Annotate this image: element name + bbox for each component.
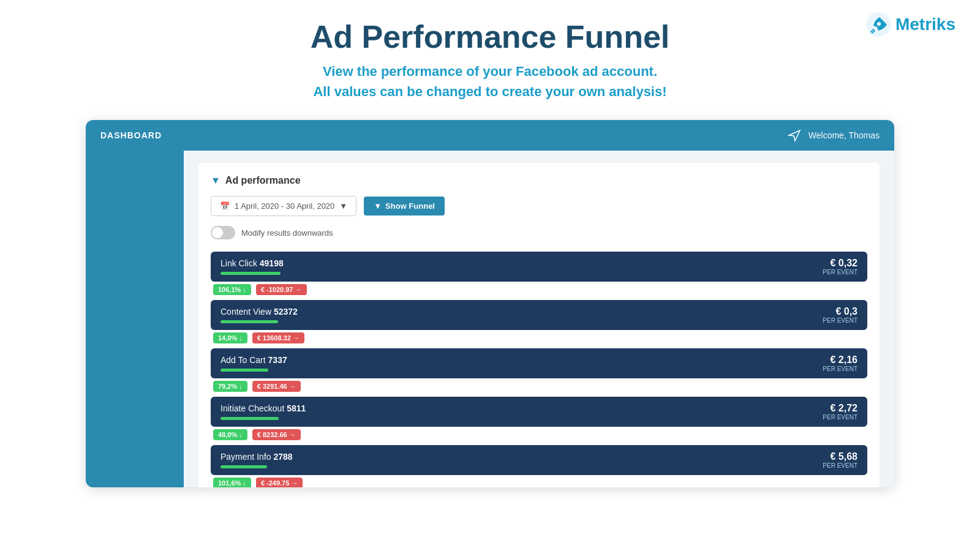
filter-icon-btn: ▼ bbox=[374, 201, 382, 211]
funnel-bar-left: Add To Cart 7337 bbox=[221, 355, 287, 372]
funnel-bar[interactable]: Payment Info 2788 € 5,68 PER EVENT bbox=[211, 445, 867, 475]
metric-badge-2: € 8232.66 → bbox=[252, 429, 301, 440]
metric-badge-2: € -1020.97 → bbox=[256, 284, 307, 295]
sidebar bbox=[86, 151, 184, 487]
metric-badge-2: € 13608.32 → bbox=[252, 332, 304, 343]
funnel-item: Payment Info 2788 € 5,68 PER EVENT 101,6… bbox=[211, 445, 867, 487]
nav-title: DASHBOARD bbox=[100, 130, 162, 140]
filter-icon: ▼ bbox=[211, 175, 221, 186]
dashboard-wrapper: DASHBOARD Welcome, Thomas ▼ Ad performan… bbox=[86, 120, 894, 487]
funnel-progress-bar bbox=[221, 417, 279, 420]
funnel-bar-right: € 2,16 PER EVENT bbox=[823, 354, 858, 372]
funnel-bar[interactable]: Link Click 49198 € 0,32 PER EVENT bbox=[211, 252, 867, 282]
funnel-price: € 2,16 bbox=[823, 354, 858, 365]
funnel-bar-title: Content View 52372 bbox=[221, 307, 298, 317]
toggle-label: Modify results downwards bbox=[241, 228, 333, 238]
funnel-price: € 2,72 bbox=[823, 403, 858, 414]
funnel-progress-bar bbox=[221, 272, 281, 275]
funnel-bar-left: Link Click 49198 bbox=[221, 258, 284, 275]
funnel-item: Add To Cart 7337 € 2,16 PER EVENT 79,2% … bbox=[211, 348, 867, 392]
funnel-bar-title: Link Click 49198 bbox=[221, 258, 284, 268]
date-picker-button[interactable]: 📅 1 April, 2020 - 30 April, 2020 ▼ bbox=[211, 196, 356, 216]
chevron-down-icon: ▼ bbox=[339, 201, 347, 211]
funnel-bar-right: € 2,72 PER EVENT bbox=[823, 403, 858, 421]
metric-badge-1: 14,0% ↓ bbox=[213, 332, 247, 343]
section-title: Ad performance bbox=[225, 175, 301, 186]
funnel-bar-title: Payment Info 2788 bbox=[221, 452, 293, 462]
funnel-bar[interactable]: Add To Cart 7337 € 2,16 PER EVENT bbox=[211, 348, 867, 378]
funnel-bar-right: € 0,3 PER EVENT bbox=[823, 306, 858, 324]
date-range-text: 1 April, 2020 - 30 April, 2020 bbox=[235, 201, 334, 211]
funnel-bar-title: Initiate Checkout 5811 bbox=[221, 403, 306, 413]
page-header: Ad Performance Funnel View the performan… bbox=[0, 0, 980, 114]
page-subtitle-line2: All values can be changed to create your… bbox=[12, 81, 968, 102]
funnel-price: € 0,32 bbox=[823, 258, 858, 269]
metric-badge-2: € -249.75 → bbox=[256, 478, 303, 487]
metrics-row: 79,2% ↓€ 3291.46 → bbox=[211, 381, 867, 392]
funnel-item: Link Click 49198 € 0,32 PER EVENT 106,1%… bbox=[211, 252, 867, 295]
funnel-bar-right: € 0,32 PER EVENT bbox=[823, 258, 858, 276]
metric-badge-1: 106,1% ↓ bbox=[213, 284, 251, 295]
funnel-progress-bar bbox=[221, 465, 267, 468]
funnel-bar-left: Initiate Checkout 5811 bbox=[221, 403, 306, 420]
section-header: ▼ Ad performance bbox=[211, 175, 867, 186]
metrics-row: 106,1% ↓€ -1020.97 → bbox=[211, 284, 867, 295]
funnel-per-event: PER EVENT bbox=[823, 414, 858, 421]
funnel-price: € 0,3 bbox=[823, 306, 858, 317]
show-funnel-button[interactable]: ▼ Show Funnel bbox=[364, 197, 445, 216]
content-area: ▼ Ad performance 📅 1 April, 2020 - 30 Ap… bbox=[86, 151, 894, 487]
funnel-price: € 5,68 bbox=[823, 451, 858, 462]
metric-badge-1: 48,0% ↓ bbox=[213, 429, 247, 440]
page-title: Ad Performance Funnel bbox=[12, 18, 968, 55]
funnel-bar-title: Add To Cart 7337 bbox=[221, 355, 287, 365]
metrics-row: 48,0% ↓€ 8232.66 → bbox=[211, 429, 867, 440]
metric-badge-1: 101,6% ↓ bbox=[213, 478, 251, 487]
show-funnel-label: Show Funnel bbox=[385, 201, 435, 211]
metric-badge-1: 79,2% ↓ bbox=[213, 381, 247, 392]
controls-row: 📅 1 April, 2020 - 30 April, 2020 ▼ ▼ Sho… bbox=[211, 196, 867, 216]
funnel-bar-right: € 5,68 PER EVENT bbox=[823, 451, 858, 469]
funnel-per-event: PER EVENT bbox=[823, 365, 858, 372]
funnel-item: Initiate Checkout 5811 € 2,72 PER EVENT … bbox=[211, 397, 867, 440]
metrics-row: 14,0% ↓€ 13608.32 → bbox=[211, 332, 867, 343]
funnel-item: Content View 52372 € 0,3 PER EVENT 14,0%… bbox=[211, 300, 867, 343]
funnel-bar[interactable]: Initiate Checkout 5811 € 2,72 PER EVENT bbox=[211, 397, 867, 427]
metric-badge-2: € 3291.46 → bbox=[252, 381, 301, 392]
funnel-items: Link Click 49198 € 0,32 PER EVENT 106,1%… bbox=[211, 252, 867, 487]
toggle-switch[interactable] bbox=[211, 226, 235, 239]
funnel-bar-left: Content View 52372 bbox=[221, 307, 298, 323]
funnel-bar-left: Payment Info 2788 bbox=[221, 452, 293, 468]
funnel-progress-bar bbox=[221, 320, 278, 323]
send-icon bbox=[788, 129, 801, 142]
calendar-icon: 📅 bbox=[220, 201, 230, 211]
toggle-row: Modify results downwards bbox=[211, 226, 867, 239]
welcome-text: Welcome, Thomas bbox=[809, 130, 880, 140]
main-content: ▼ Ad performance 📅 1 April, 2020 - 30 Ap… bbox=[184, 151, 894, 487]
page-subtitle-line1: View the performance of your Facebook ad… bbox=[12, 61, 968, 81]
funnel-per-event: PER EVENT bbox=[823, 269, 858, 276]
funnel-bar[interactable]: Content View 52372 € 0,3 PER EVENT bbox=[211, 300, 867, 330]
metrics-row: 101,6% ↓€ -249.75 → bbox=[211, 478, 867, 487]
nav-bar: DASHBOARD Welcome, Thomas bbox=[86, 120, 894, 151]
nav-right: Welcome, Thomas bbox=[788, 129, 880, 142]
funnel-progress-bar bbox=[221, 369, 268, 372]
funnel-per-event: PER EVENT bbox=[823, 317, 858, 324]
funnel-per-event: PER EVENT bbox=[823, 462, 858, 469]
content-inner: ▼ Ad performance 📅 1 April, 2020 - 30 Ap… bbox=[198, 163, 880, 487]
